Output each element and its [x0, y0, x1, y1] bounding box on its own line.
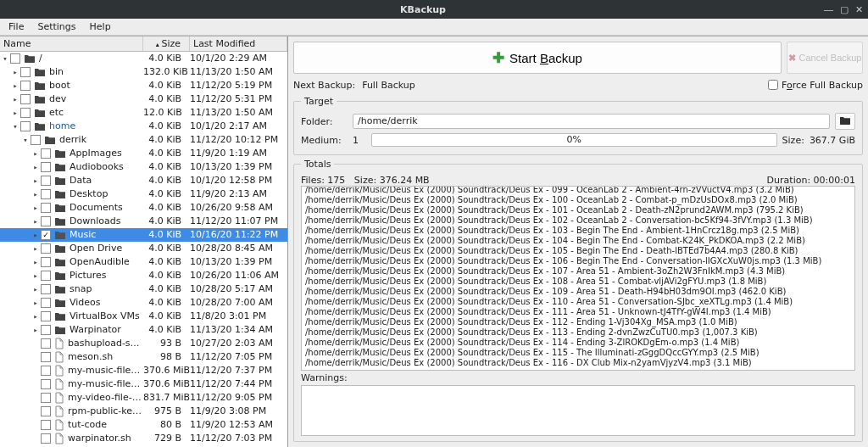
expander-icon[interactable]: ▸: [31, 282, 41, 296]
menu-help[interactable]: Help: [85, 20, 116, 34]
tree-row[interactable]: my-music-file-backup.tar.gz370.6 MiB11/1…: [0, 364, 287, 377]
expander-icon[interactable]: ▾: [10, 120, 20, 133]
tree-row[interactable]: ▸etc12.0 KiB11/13/20 1:50 AM: [0, 106, 287, 120]
expander-icon[interactable]: ▸: [10, 79, 20, 92]
tree-row[interactable]: ▸✓Music4.0 KiB10/16/20 11:22 PM: [0, 228, 287, 242]
col-size[interactable]: ▴ Size: [143, 36, 190, 51]
tree-row[interactable]: ▸Videos4.0 KiB10/28/20 7:00 AM: [0, 296, 287, 310]
warnings-box[interactable]: [301, 385, 855, 436]
expander-icon[interactable]: ▸: [31, 215, 41, 228]
row-checkbox[interactable]: [20, 94, 31, 104]
row-checkbox[interactable]: [41, 243, 51, 254]
force-full-backup-checkbox[interactable]: Force Full Backup: [768, 80, 863, 91]
expander-icon[interactable]: ▸: [31, 269, 41, 282]
row-checkbox[interactable]: [41, 393, 51, 403]
row-checkbox[interactable]: [20, 81, 31, 91]
log-box[interactable]: /home/derrik/Music/Deus Ex (2000) Soundt…: [301, 186, 855, 371]
expander-icon[interactable]: ▸: [31, 147, 41, 160]
tree-row[interactable]: meson.sh98 B11/12/20 7:05 PM: [0, 350, 287, 364]
next-backup-value: Full Backup: [362, 80, 415, 91]
tree-row[interactable]: ▾home4.0 KiB10/1/20 2:17 AM: [0, 120, 287, 133]
row-checkbox[interactable]: [41, 298, 51, 308]
expander-icon[interactable]: ▾: [20, 133, 31, 147]
tree-body[interactable]: ▾/4.0 KiB10/1/20 2:29 AM▸bin132.0 KiB11/…: [0, 52, 287, 447]
file-icon: [54, 365, 64, 377]
tree-row[interactable]: tut-code80 B11/9/20 12:53 AM: [0, 418, 287, 432]
row-checkbox[interactable]: [41, 379, 51, 389]
expander-icon[interactable]: ▸: [31, 187, 41, 201]
tree-row[interactable]: ▸Warpinator4.0 KiB11/13/20 1:34 AM: [0, 323, 287, 337]
expander-icon[interactable]: ▸: [31, 228, 41, 242]
row-name: tut-code: [68, 418, 143, 432]
row-checkbox[interactable]: [41, 420, 51, 430]
tree-row[interactable]: ▸Desktop4.0 KiB11/9/20 2:13 AM: [0, 187, 287, 201]
row-checkbox[interactable]: [20, 67, 31, 77]
row-checkbox[interactable]: [41, 176, 51, 186]
tree-row[interactable]: ▸Open Drive4.0 KiB10/28/20 8:45 AM: [0, 242, 287, 255]
tree-row[interactable]: rpm-public-key.asc975 B11/9/20 3:08 PM: [0, 405, 287, 418]
row-checkbox[interactable]: [41, 189, 51, 199]
expander-icon[interactable]: ▸: [31, 296, 41, 310]
tree-row[interactable]: ▸dev4.0 KiB11/12/20 5:31 PM: [0, 92, 287, 106]
tree-row[interactable]: ▸Downloads4.0 KiB11/12/20 11:07 PM: [0, 215, 287, 228]
row-checkbox[interactable]: [20, 108, 31, 118]
row-checkbox[interactable]: [41, 406, 51, 416]
start-backup-button[interactable]: ✚ Start Backup: [293, 42, 782, 74]
menu-file[interactable]: File: [3, 20, 29, 34]
expander-icon[interactable]: ▸: [31, 242, 41, 255]
menu-settings[interactable]: Settings: [32, 20, 81, 34]
row-checkbox[interactable]: [41, 162, 51, 172]
expander-icon[interactable]: ▸: [31, 201, 41, 215]
col-name[interactable]: Name: [0, 36, 143, 51]
row-checkbox[interactable]: [31, 135, 41, 145]
expander-icon[interactable]: ▸: [31, 310, 41, 323]
expander-icon[interactable]: ▸: [31, 160, 41, 174]
tree-row[interactable]: ▸VirtualBox VMs4.0 KiB11/8/20 3:01 PM: [0, 310, 287, 323]
row-checkbox[interactable]: [41, 148, 51, 159]
row-checkbox[interactable]: [41, 311, 51, 321]
expander-icon[interactable]: ▸: [31, 323, 41, 337]
tree-row[interactable]: ▸OpenAudible4.0 KiB10/13/20 1:39 PM: [0, 255, 287, 269]
tree-row[interactable]: my-video-file-backup.tar.gz831.7 MiB11/1…: [0, 391, 287, 405]
tree-row[interactable]: ▸Data4.0 KiB10/1/20 12:58 PM: [0, 174, 287, 187]
tree-row[interactable]: warpinator.sh729 B11/12/20 7:03 PM: [0, 432, 287, 445]
row-checkbox[interactable]: [41, 271, 51, 281]
expander-icon[interactable]: ▸: [10, 106, 20, 120]
browse-folder-button[interactable]: [835, 113, 855, 130]
tree-row[interactable]: ▸bin132.0 KiB11/13/20 1:50 AM: [0, 65, 287, 79]
row-checkbox[interactable]: [41, 284, 51, 294]
window-close[interactable]: ✕: [855, 4, 863, 15]
window-minimize[interactable]: —: [824, 4, 833, 15]
tree-row[interactable]: ▾/4.0 KiB10/1/20 2:29 AM: [0, 52, 287, 65]
tree-row[interactable]: ▸snap4.0 KiB10/28/20 5:17 AM: [0, 282, 287, 296]
row-checkbox[interactable]: [41, 366, 51, 376]
row-checkbox[interactable]: [41, 325, 51, 335]
row-checkbox[interactable]: [41, 203, 51, 213]
row-checkbox[interactable]: [20, 121, 31, 131]
tree-row[interactable]: my-music-file-backup.tar.gz.gpg370.6 MiB…: [0, 377, 287, 391]
row-checkbox[interactable]: ✓: [41, 230, 51, 240]
row-checkbox[interactable]: [41, 216, 51, 226]
row-checkbox[interactable]: [41, 433, 51, 444]
tree-row[interactable]: ▾derrik4.0 KiB11/12/20 10:12 PM: [0, 133, 287, 147]
tree-row[interactable]: bashupload-script.sh93 B10/27/20 2:03 AM: [0, 337, 287, 350]
tree-row[interactable]: ▸Pictures4.0 KiB10/26/20 11:06 AM: [0, 269, 287, 282]
row-checkbox[interactable]: [41, 257, 51, 267]
row-checkbox[interactable]: [41, 352, 51, 362]
row-checkbox[interactable]: [10, 53, 20, 64]
expander-icon[interactable]: ▸: [10, 92, 20, 106]
expander-icon[interactable]: ▾: [0, 52, 10, 65]
row-date: 11/12/20 7:03 PM: [190, 432, 287, 445]
tree-row[interactable]: ▸boot4.0 KiB11/12/20 5:19 PM: [0, 79, 287, 92]
expander-icon[interactable]: ▸: [31, 255, 41, 269]
col-date[interactable]: Last Modified: [190, 36, 287, 51]
tree-row[interactable]: ▸Documents4.0 KiB10/26/20 9:58 AM: [0, 201, 287, 215]
tree-row[interactable]: ▸AppImages4.0 KiB11/9/20 1:19 AM: [0, 147, 287, 160]
expander-icon[interactable]: ▸: [31, 174, 41, 187]
row-checkbox[interactable]: [41, 338, 51, 349]
expander-icon[interactable]: ▸: [10, 65, 20, 79]
folder-input[interactable]: /home/derrik: [353, 114, 830, 129]
force-full-checkbox-input[interactable]: [768, 80, 778, 90]
window-maximize[interactable]: ▢: [840, 4, 849, 15]
tree-row[interactable]: ▸Audiobooks4.0 KiB10/13/20 1:39 PM: [0, 160, 287, 174]
